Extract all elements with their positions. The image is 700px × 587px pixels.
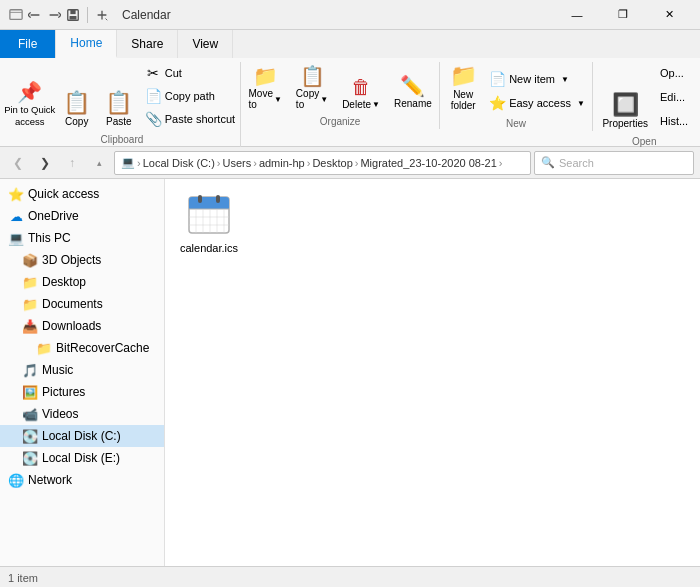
close-button[interactable]: ✕ bbox=[646, 0, 692, 30]
new-buttons: 📁 Newfolder 📄 New item ▼ ⭐ Easy access ▼ bbox=[443, 62, 589, 114]
open-button[interactable]: Op... bbox=[656, 62, 692, 84]
rename-button[interactable]: ✏️ Rename bbox=[388, 71, 438, 112]
copy-icon-large: 📋 bbox=[63, 92, 90, 114]
sidebar-item-videos-label: Videos bbox=[42, 407, 78, 421]
cut-button[interactable]: ✂ Cut bbox=[141, 62, 239, 84]
sidebar-item-this-pc[interactable]: 💻 This PC bbox=[0, 227, 164, 249]
new-item-label: New item bbox=[509, 73, 555, 85]
move-to-arrow: ▼ bbox=[274, 95, 282, 104]
organize-label: Organize bbox=[320, 114, 361, 129]
addr-sep-2: › bbox=[217, 157, 221, 169]
new-folder-label: Newfolder bbox=[451, 89, 476, 111]
sidebar-item-documents-label: Documents bbox=[42, 297, 103, 311]
sidebar-item-onedrive[interactable]: ☁ OneDrive bbox=[0, 205, 164, 227]
svg-rect-3 bbox=[70, 15, 77, 19]
clipboard-buttons: 📌 Pin to Quickaccess 📋 Copy 📋 Paste ✂ bbox=[5, 62, 239, 130]
computer-icon: 💻 bbox=[8, 230, 24, 246]
copy-label: Copy bbox=[65, 116, 88, 127]
forward-button[interactable]: ❯ bbox=[33, 151, 57, 175]
history-label: Hist... bbox=[660, 115, 688, 127]
sidebar-item-pictures[interactable]: 🖼️ Pictures bbox=[0, 381, 164, 403]
easy-access-button[interactable]: ⭐ Easy access ▼ bbox=[485, 92, 589, 114]
sidebar-item-desktop-label: Desktop bbox=[42, 275, 86, 289]
window-title: Calendar bbox=[122, 8, 171, 22]
star-icon: ⭐ bbox=[8, 186, 24, 202]
sidebar-item-desktop[interactable]: 📁 Desktop bbox=[0, 271, 164, 293]
open-group: 🔲 Properties Op... Edi... Hist... Open bbox=[593, 62, 696, 149]
calendar-file-icon bbox=[185, 191, 233, 239]
sidebar-item-bitrecover[interactable]: 📁 BitRecoverCache bbox=[0, 337, 164, 359]
folder-plain-icon: 📁 bbox=[36, 340, 52, 356]
nav-bar: ❮ ❯ ↑ ▴ 💻 › Local Disk (C:) › Users › ad… bbox=[0, 147, 700, 179]
folder-docs-icon: 📁 bbox=[22, 296, 38, 312]
maximize-button[interactable]: ❐ bbox=[600, 0, 646, 30]
open-label: Op... bbox=[660, 67, 684, 79]
sidebar: ⭐ Quick access ☁ OneDrive 💻 This PC 📦 3D… bbox=[0, 179, 165, 566]
paste-shortcut-button[interactable]: 📎 Paste shortcut bbox=[141, 108, 239, 130]
sidebar-item-videos[interactable]: 📹 Videos bbox=[0, 403, 164, 425]
sidebar-item-music[interactable]: 🎵 Music bbox=[0, 359, 164, 381]
folder-downloads-icon: 📥 bbox=[22, 318, 38, 334]
save-quick-access[interactable] bbox=[65, 7, 81, 23]
pin-icon: 📌 bbox=[17, 82, 42, 102]
copy-path-button[interactable]: 📄 Copy path bbox=[141, 85, 239, 107]
folder-videos-icon: 📹 bbox=[22, 406, 38, 422]
tab-share[interactable]: Share bbox=[117, 30, 178, 58]
addr-sep-4: › bbox=[307, 157, 311, 169]
sidebar-item-local-disk-e[interactable]: 💽 Local Disk (E:) bbox=[0, 447, 164, 469]
easy-access-arrow: ▼ bbox=[577, 99, 585, 108]
sidebar-item-quick-access[interactable]: ⭐ Quick access bbox=[0, 183, 164, 205]
new-item-button[interactable]: 📄 New item ▼ bbox=[485, 68, 589, 90]
back-quick-access[interactable] bbox=[27, 7, 43, 23]
main-content: ⭐ Quick access ☁ OneDrive 💻 This PC 📦 3D… bbox=[0, 179, 700, 566]
svg-rect-2 bbox=[70, 9, 75, 13]
copy-to-arrow: ▼ bbox=[320, 95, 328, 104]
edit-button[interactable]: Edi... bbox=[656, 86, 692, 108]
sidebar-item-downloads-label: Downloads bbox=[42, 319, 101, 333]
properties-button[interactable]: 🔲 Properties bbox=[596, 91, 654, 132]
window-icon bbox=[8, 7, 24, 23]
open-buttons: 🔲 Properties Op... Edi... Hist... bbox=[596, 62, 692, 132]
delete-button[interactable]: 🗑 Delete ▼ bbox=[336, 74, 386, 112]
properties-icon: 🔲 bbox=[612, 94, 639, 116]
copy-to-button[interactable]: 📋 Copyto ▼ bbox=[290, 62, 334, 112]
new-folder-button[interactable]: 📁 Newfolder bbox=[443, 62, 483, 114]
addr-this-pc: 💻 bbox=[121, 156, 135, 169]
tab-file[interactable]: File bbox=[0, 30, 56, 58]
customize-icon[interactable] bbox=[94, 7, 110, 23]
address-bar[interactable]: 💻 › Local Disk (C:) › Users › admin-hp ›… bbox=[114, 151, 531, 175]
copy-to-label: Copyto bbox=[296, 88, 319, 110]
copy-button-large[interactable]: 📋 Copy bbox=[57, 89, 97, 130]
pin-to-quick-access-button[interactable]: 📌 Pin to Quickaccess bbox=[5, 79, 55, 130]
up-button[interactable]: ↑ bbox=[60, 151, 84, 175]
tab-view[interactable]: View bbox=[178, 30, 233, 58]
paste-label: Paste bbox=[106, 116, 132, 127]
sidebar-item-downloads[interactable]: 📥 Downloads bbox=[0, 315, 164, 337]
svg-rect-15 bbox=[198, 195, 202, 203]
sidebar-item-bitrecover-label: BitRecoverCache bbox=[56, 341, 149, 355]
tab-home[interactable]: Home bbox=[56, 30, 117, 58]
folder-pictures-icon: 🖼️ bbox=[22, 384, 38, 400]
move-to-button[interactable]: 📁 Moveto ▼ bbox=[242, 62, 287, 112]
sidebar-item-local-disk-c[interactable]: 💽 Local Disk (C:) bbox=[0, 425, 164, 447]
history-button[interactable]: Hist... bbox=[656, 110, 692, 132]
forward-quick-access[interactable] bbox=[46, 7, 62, 23]
ribbon-tabs: File Home Share View bbox=[0, 30, 700, 58]
folder-music-icon: 🎵 bbox=[22, 362, 38, 378]
delete-arrow: ▼ bbox=[372, 100, 380, 109]
rename-label: Rename bbox=[394, 98, 432, 109]
sidebar-item-documents[interactable]: 📁 Documents bbox=[0, 293, 164, 315]
paste-button[interactable]: 📋 Paste bbox=[99, 89, 139, 130]
back-button[interactable]: ❮ bbox=[6, 151, 30, 175]
search-bar[interactable]: 🔍 Search bbox=[534, 151, 694, 175]
sidebar-item-network[interactable]: 🌐 Network bbox=[0, 469, 164, 491]
file-name-calendar: calendar.ics bbox=[180, 242, 238, 254]
paste-shortcut-icon: 📎 bbox=[145, 111, 161, 127]
divider bbox=[87, 7, 88, 23]
minimize-button[interactable]: — bbox=[554, 0, 600, 30]
file-item-calendar[interactable]: calendar.ics bbox=[173, 187, 245, 258]
edit-label: Edi... bbox=[660, 91, 685, 103]
clipboard-group: 📌 Pin to Quickaccess 📋 Copy 📋 Paste ✂ bbox=[4, 62, 241, 147]
clipboard-label: Clipboard bbox=[101, 132, 144, 147]
sidebar-item-3d-objects[interactable]: 📦 3D Objects bbox=[0, 249, 164, 271]
